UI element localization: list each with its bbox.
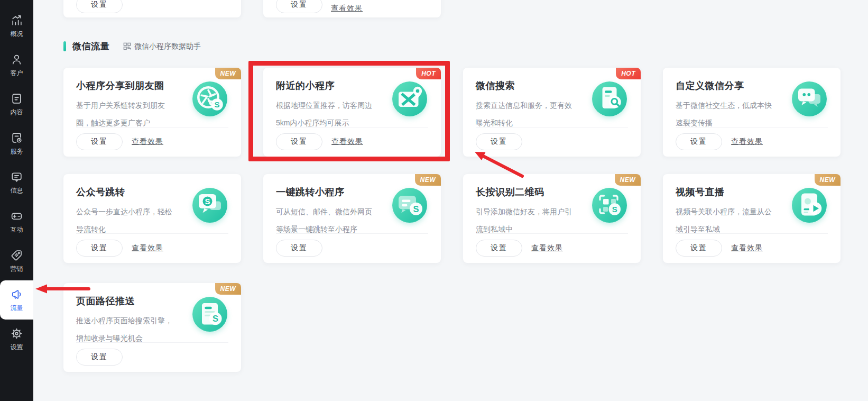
settings-button[interactable]: 设置 bbox=[76, 240, 123, 257]
view-effect-link[interactable]: 查看效果 bbox=[331, 4, 363, 13]
sidebar-item-label: 客户 bbox=[11, 69, 23, 78]
sidebar-item-overview[interactable]: 概况 bbox=[0, 6, 33, 45]
moments-share-icon: S bbox=[192, 81, 227, 116]
settings-button[interactable]: 设置 bbox=[276, 0, 322, 13]
accent-bar bbox=[63, 41, 66, 51]
sidebar-item-label: 营销 bbox=[11, 265, 23, 274]
new-badge: NEW bbox=[215, 283, 242, 295]
previous-section-cards: 设置 设置 查看效果 bbox=[63, 0, 441, 17]
sidebar-item-label: 服务 bbox=[11, 147, 23, 156]
price-tag-icon bbox=[10, 249, 23, 262]
settings-button[interactable]: 设置 bbox=[476, 133, 522, 150]
card-official-account-jump: 公众号跳转 公众号一步直达小程序，轻松导流转化 S 设置 查看效果 bbox=[63, 174, 241, 263]
qrcode-icon: S bbox=[592, 188, 627, 223]
sidebar-item-marketing[interactable]: 营销 bbox=[0, 241, 33, 280]
sidebar-item-customers[interactable]: 客户 bbox=[0, 45, 33, 85]
service-doc-icon bbox=[10, 131, 23, 144]
sidebar-item-interaction[interactable]: 互动 bbox=[0, 202, 33, 241]
official-account-icon: S bbox=[192, 188, 227, 223]
customer-icon bbox=[10, 53, 23, 66]
megaphone-icon bbox=[10, 288, 23, 301]
svg-text:S: S bbox=[205, 197, 210, 206]
view-effect-link[interactable]: 查看效果 bbox=[531, 243, 563, 253]
hot-badge: HOT bbox=[616, 68, 641, 79]
settings-button[interactable]: 设置 bbox=[76, 0, 123, 13]
map-location-icon bbox=[392, 81, 427, 116]
view-effect-link[interactable]: 查看效果 bbox=[731, 243, 763, 253]
settings-button[interactable]: 设置 bbox=[76, 349, 123, 366]
chart-trend-icon bbox=[10, 14, 23, 27]
page-push-icon: S bbox=[192, 297, 227, 332]
game-controller-icon bbox=[10, 209, 23, 223]
view-effect-link[interactable]: 查看效果 bbox=[331, 137, 363, 147]
section-title: 微信流量 bbox=[72, 40, 109, 52]
jump-miniprogram-icon: S bbox=[392, 188, 427, 223]
svg-text:S: S bbox=[214, 100, 219, 109]
card-nearby-miniprogram: HOT 附近的小程序 根据地理位置推荐，访客周边5km内小程序均可展示 设置 查… bbox=[263, 68, 441, 157]
settings-button[interactable]: 设置 bbox=[476, 240, 522, 257]
sidebar: 概况 客户 内容 服务 信息 互动 营销 bbox=[0, 0, 33, 401]
phone-search-icon bbox=[592, 81, 627, 116]
sidebar-item-messages[interactable]: 信息 bbox=[0, 163, 33, 202]
gear-icon bbox=[10, 327, 23, 340]
sidebar-item-label: 设置 bbox=[11, 343, 23, 352]
card-share-to-moments: NEW 小程序分享到朋友圈 基于用户关系链转发到朋友圈，触达更多更广客户 S 设… bbox=[63, 68, 241, 157]
miniprogram-data-helper-link[interactable]: 微信小程序数据助手 bbox=[123, 42, 201, 51]
hot-badge: HOT bbox=[416, 68, 441, 79]
card-long-press-qrcode: NEW 长按识别二维码 引导添加微信好友，将用户引流到私域中 S 设置 查看效果 bbox=[463, 174, 641, 263]
sidebar-item-label: 流量 bbox=[11, 304, 23, 313]
sidebar-item-label: 信息 bbox=[11, 186, 23, 195]
svg-text:S: S bbox=[413, 204, 419, 214]
sidebar-item-traffic[interactable]: 流量 bbox=[0, 280, 33, 320]
settings-button[interactable]: 设置 bbox=[276, 133, 322, 150]
video-live-icon bbox=[792, 188, 827, 223]
section-header: 微信流量 微信小程序数据助手 bbox=[63, 40, 201, 52]
new-badge: NEW bbox=[415, 174, 441, 186]
view-effect-link[interactable]: 查看效果 bbox=[731, 137, 763, 147]
new-badge: NEW bbox=[215, 68, 242, 79]
card-custom-wechat-share: 自定义微信分享 基于微信社交生态，低成本快速裂变传播 设置 查看效果 bbox=[663, 68, 841, 157]
sidebar-item-services[interactable]: 服务 bbox=[0, 124, 33, 163]
partial-card: 设置 bbox=[63, 0, 241, 17]
sidebar-item-settings[interactable]: 设置 bbox=[0, 320, 33, 359]
new-badge: NEW bbox=[615, 174, 641, 186]
document-icon bbox=[10, 92, 23, 105]
card-one-click-jump: NEW 一键跳转小程序 可从短信、邮件、微信外网页等场景一键跳转至小程序 S 设… bbox=[263, 174, 441, 263]
view-effect-link[interactable]: 查看效果 bbox=[132, 137, 163, 147]
settings-button[interactable]: 设置 bbox=[276, 240, 322, 257]
card-wechat-search: HOT 微信搜索 搜索直达信息和服务，更有效曝光和转化 设置 bbox=[463, 68, 641, 157]
svg-text:S: S bbox=[612, 205, 617, 214]
svg-text:S: S bbox=[213, 314, 218, 323]
settings-button[interactable]: 设置 bbox=[676, 133, 722, 150]
sidebar-item-content[interactable]: 内容 bbox=[0, 85, 33, 124]
helper-label: 微信小程序数据助手 bbox=[134, 42, 201, 51]
sidebar-item-label: 内容 bbox=[11, 108, 23, 117]
message-bubble-icon bbox=[10, 170, 23, 184]
settings-button[interactable]: 设置 bbox=[676, 240, 722, 257]
wechat-chat-bubbles-icon bbox=[792, 81, 827, 116]
card-video-live: NEW 视频号直播 视频号关联小程序，流量从公域引导至私域 设置 查看效果 bbox=[663, 174, 841, 263]
card-page-path-push: NEW 页面路径推送 推送小程序页面给搜索引擎，增加收录与曝光机会 S 设置 bbox=[63, 283, 241, 372]
sidebar-item-label: 互动 bbox=[11, 225, 23, 234]
view-effect-link[interactable]: 查看效果 bbox=[132, 243, 163, 253]
grid-qr-icon bbox=[123, 42, 131, 50]
partial-card: 设置 查看效果 bbox=[263, 0, 441, 17]
settings-button[interactable]: 设置 bbox=[76, 133, 123, 150]
main-content: 设置 设置 查看效果 微信流量 微信小程序数据助手 NEW 小程序分享到朋友圈 … bbox=[33, 0, 868, 401]
sidebar-item-label: 概况 bbox=[11, 30, 23, 39]
new-badge: NEW bbox=[815, 174, 841, 186]
